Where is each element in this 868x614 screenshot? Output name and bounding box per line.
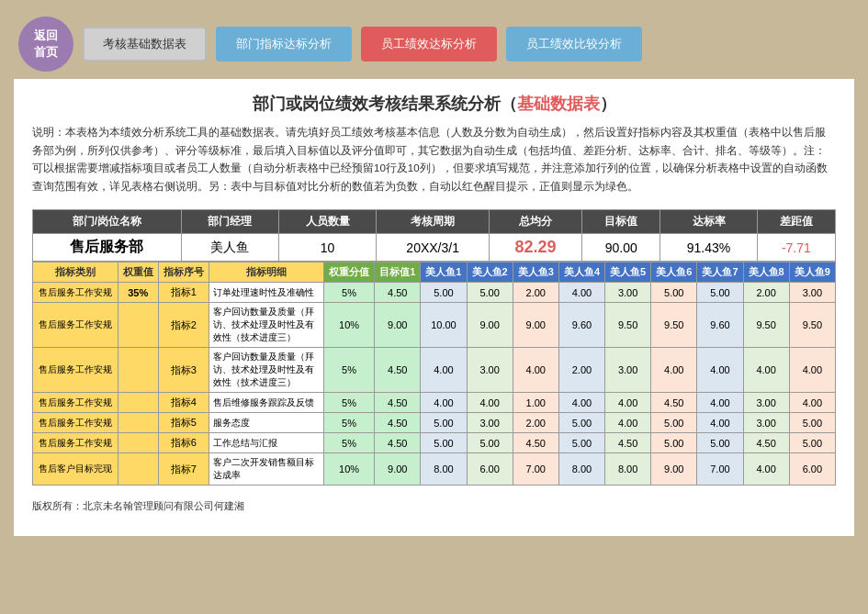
dh-p2: 美人鱼2 [467, 262, 513, 283]
table-row: 售后服务工作安规指标3客户回访数量及质量（拜访、技术处理及时性及有效性（技术进度… [33, 348, 836, 393]
dh-name: 指标明细 [209, 262, 323, 283]
dh-p1: 美人鱼1 [421, 262, 467, 283]
th-total: 总均分 [490, 210, 582, 234]
nav-btn-dept[interactable]: 部门指标达标分析 [216, 27, 352, 61]
table-row: 售后服务工作安规35%指标1订单处理速时性及准确性5%4.505.005.002… [33, 283, 836, 303]
summary-table: 部门/岗位名称 部门经理 人员数量 考核周期 总均分 目标值 达标率 差距值 售… [32, 209, 836, 262]
gap-cell: -7.71 [757, 234, 835, 262]
dh-p5: 美人鱼5 [605, 262, 651, 283]
table-row: 售后服务工作安规指标4售后维修服务跟踪及反馈5%4.504.004.001.00… [33, 393, 836, 413]
detail-header-row: 指标类别 权重值 指标序号 指标明细 权重分值 目标值1 美人鱼1 美人鱼2 美… [33, 262, 836, 283]
dh-p6: 美人鱼6 [651, 262, 697, 283]
page-title: 部门或岗位绩效考核结果系统分析（基础数据表） [32, 93, 836, 115]
summary-data-row: 售后服务部 美人鱼 10 20XX/3/1 82.29 90.00 91.43%… [33, 234, 836, 262]
title-highlight: 基础数据表 [517, 95, 600, 113]
nav-btn-basic[interactable]: 考核基础数据表 [83, 27, 207, 61]
dh-type: 指标类别 [33, 262, 118, 283]
th-rate: 达标率 [660, 210, 757, 234]
dept-name-cell: 售后服务部 [33, 234, 182, 262]
home-button[interactable]: 返回首页 [18, 17, 73, 72]
th-count: 人员数量 [279, 210, 377, 234]
dh-target: 目标值1 [375, 262, 421, 283]
description-text: 说明：本表格为本绩效分析系统工具的基础数据表。请先填好员工绩效考核基本信息（人数… [32, 124, 836, 195]
dh-weight: 权重值 [118, 262, 158, 283]
detail-table: 指标类别 权重值 指标序号 指标明细 权重分值 目标值1 美人鱼1 美人鱼2 美… [32, 262, 836, 486]
dh-p8: 美人鱼8 [743, 262, 789, 283]
target-cell: 90.00 [582, 234, 660, 262]
dh-w2: 权重分值 [323, 262, 374, 283]
dh-p9: 美人鱼9 [789, 262, 835, 283]
th-target: 目标值 [582, 210, 660, 234]
top-navigation: 返回首页 考核基础数据表 部门指标达标分析 员工绩效达标分析 员工绩效比较分析 [9, 9, 859, 79]
dh-p7: 美人鱼7 [697, 262, 743, 283]
table-row: 售后服务工作安规指标2客户回访数量及质量（拜访、技术处理及时性及有效性（技术进度… [33, 303, 836, 348]
table-row: 售后服务工作安规指标6工作总结与汇报5%4.505.005.004.505.00… [33, 433, 836, 453]
rate-cell: 91.43% [660, 234, 757, 262]
manager-cell: 美人鱼 [181, 234, 278, 262]
dh-p3: 美人鱼3 [513, 262, 558, 283]
dh-idx: 指标序号 [158, 262, 209, 283]
th-dept-name: 部门/岗位名称 [33, 210, 182, 234]
nav-btn-employee[interactable]: 员工绩效达标分析 [361, 27, 497, 61]
period-cell: 20XX/3/1 [377, 234, 490, 262]
count-cell: 10 [279, 234, 377, 262]
th-period: 考核周期 [377, 210, 490, 234]
th-gap: 差距值 [757, 210, 835, 234]
score-cell: 82.29 [490, 234, 582, 262]
th-manager: 部门经理 [181, 210, 278, 234]
dh-p4: 美人鱼4 [558, 262, 604, 283]
main-content: 部门或岗位绩效考核结果系统分析（基础数据表） 说明：本表格为本绩效分析系统工具的… [14, 79, 854, 536]
footer-text: 版权所有：北京未名翰管理顾问有限公司何建湘 [32, 495, 836, 518]
table-row: 售后客户目标完现指标7客户二次开发销售额目标达成率10%9.008.006.00… [33, 453, 836, 486]
nav-btn-compare[interactable]: 员工绩效比较分析 [506, 27, 642, 61]
table-row: 售后服务工作安规指标5服务态度5%4.505.003.002.005.004.0… [33, 413, 836, 433]
